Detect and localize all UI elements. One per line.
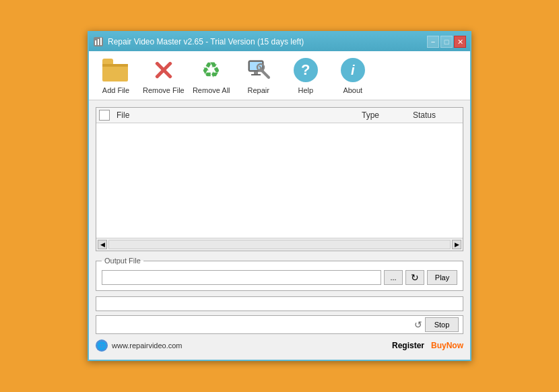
status-bar-right: Register BuyNow	[392, 341, 463, 350]
stop-button[interactable]: Stop	[425, 317, 459, 332]
file-list-body[interactable]	[96, 123, 463, 238]
remove-file-button[interactable]: Remove File	[143, 57, 185, 94]
help-icon: ?	[292, 57, 319, 84]
remove-all-icon: ♻	[198, 57, 225, 84]
scroll-track[interactable]	[108, 240, 451, 249]
repair-label: Repair	[248, 86, 269, 94]
website-link[interactable]: www.repairvideo.com	[112, 341, 183, 350]
register-link[interactable]: Register	[392, 341, 424, 350]
minimize-button[interactable]: −	[427, 36, 439, 48]
folder-icon	[102, 57, 129, 84]
close-button[interactable]: ✕	[454, 36, 466, 48]
refresh-button[interactable]: ↻	[405, 270, 424, 285]
svg-rect-7	[251, 74, 261, 75]
maximize-button[interactable]: □	[440, 36, 453, 48]
help-label: Help	[298, 86, 313, 94]
stop-icon: ↺	[414, 319, 422, 330]
repair-button[interactable]: Repair	[238, 57, 279, 94]
remove-file-label: Remove File	[143, 86, 185, 94]
remove-icon	[150, 57, 177, 84]
status-bar-left: 🌐 www.repairvideo.com	[96, 339, 183, 352]
stop-area: ↺ Stop	[96, 315, 463, 334]
main-window: Repair Video Master v2.65 - Trial Versio…	[88, 31, 471, 361]
type-column-header: Type	[362, 110, 409, 120]
browse-button[interactable]: ...	[384, 270, 403, 285]
file-list-header: File Type Status	[96, 108, 463, 123]
svg-rect-6	[254, 71, 258, 74]
globe-icon: 🌐	[96, 339, 108, 352]
title-buttons: − □ ✕	[427, 36, 466, 48]
horizontal-scrollbar[interactable]: ◀ ▶	[96, 238, 463, 251]
add-file-button[interactable]: Add File	[96, 57, 136, 94]
svg-rect-3	[100, 38, 102, 45]
output-file-legend: Output File	[102, 257, 143, 265]
toolbar: Add File Remove File ♻ Remove All	[89, 51, 470, 100]
app-icon	[93, 36, 104, 47]
status-column-header: Status	[413, 110, 460, 120]
remove-all-label: Remove All	[193, 86, 230, 94]
remove-all-button[interactable]: ♻ Remove All	[191, 57, 232, 94]
file-column-header: File	[114, 110, 358, 120]
select-all-checkbox[interactable]	[99, 110, 110, 121]
svg-rect-1	[95, 40, 96, 45]
about-button[interactable]: i About	[333, 57, 373, 94]
about-icon: i	[339, 57, 366, 84]
title-bar: Repair Video Master v2.65 - Trial Versio…	[89, 32, 470, 51]
output-file-input[interactable]	[102, 270, 381, 285]
buynow-link[interactable]: BuyNow	[431, 341, 463, 350]
window-title: Repair Video Master v2.65 - Trial Versio…	[108, 37, 304, 46]
repair-icon	[245, 57, 272, 84]
svg-rect-2	[98, 39, 99, 45]
main-content: File Type Status ◀ ▶ Output File ... ↻ P…	[89, 100, 470, 360]
output-row: ... ↻ Play	[102, 270, 457, 285]
progress-bar	[96, 296, 463, 311]
scroll-left-arrow[interactable]: ◀	[98, 240, 107, 249]
status-bar: 🌐 www.repairvideo.com Register BuyNow	[96, 338, 463, 353]
about-label: About	[343, 86, 362, 94]
scroll-right-arrow[interactable]: ▶	[452, 240, 461, 249]
help-button[interactable]: ? Help	[286, 57, 326, 94]
add-file-label: Add File	[102, 86, 129, 94]
title-bar-left: Repair Video Master v2.65 - Trial Versio…	[93, 36, 304, 47]
play-button[interactable]: Play	[427, 270, 457, 285]
file-list-container: File Type Status ◀ ▶	[96, 107, 463, 251]
